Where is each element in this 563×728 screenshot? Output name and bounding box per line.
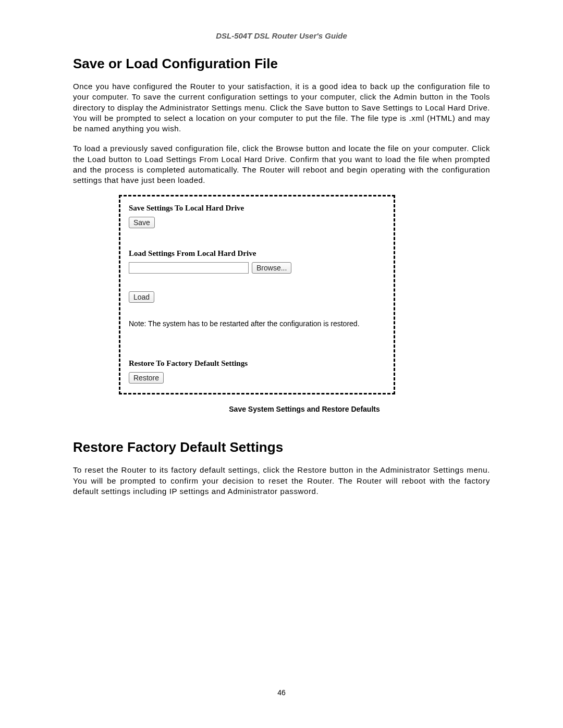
- paragraph-load-description: To load a previously saved configuration…: [73, 143, 490, 186]
- browse-button[interactable]: Browse...: [252, 262, 291, 274]
- document-header: DSL-504T DSL Router User's Guide: [73, 31, 490, 40]
- section-heading-restore: Restore Factory Default Settings: [73, 439, 490, 455]
- paragraph-save-description: Once you have configured the Router to y…: [73, 81, 490, 134]
- load-settings-heading: Load Settings From Local Hard Drive: [129, 249, 385, 258]
- paragraph-restore-description: To reset the Router to its factory defau…: [73, 465, 490, 497]
- figure-caption: Save System Settings and Restore Default…: [119, 405, 490, 413]
- page-number: 46: [0, 688, 563, 697]
- save-settings-heading: Save Settings To Local Hard Drive: [129, 204, 385, 213]
- restore-defaults-heading: Restore To Factory Default Settings: [129, 359, 385, 368]
- section-heading-save-load: Save or Load Configuration File: [73, 56, 490, 72]
- file-path-input[interactable]: [129, 262, 249, 274]
- load-button[interactable]: Load: [129, 291, 154, 303]
- restore-button[interactable]: Restore: [129, 372, 164, 384]
- save-button[interactable]: Save: [129, 217, 155, 228]
- settings-figure: Save Settings To Local Hard Drive Save L…: [119, 195, 395, 394]
- restore-note: Note: The system has to be restarted aft…: [129, 319, 385, 328]
